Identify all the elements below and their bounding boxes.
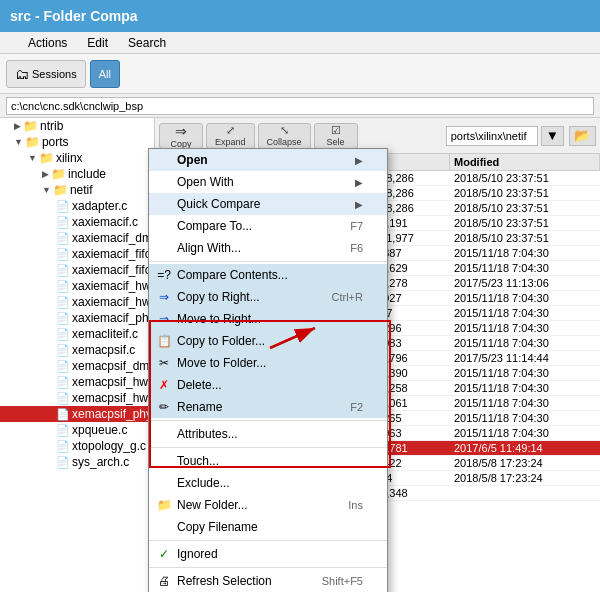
copy-folder-icon: 📋 [155,332,173,350]
menu-label: Copy Filename [177,520,258,534]
menu-label: New Folder... [177,498,248,512]
compare-contents-icon: =? [155,266,173,284]
menu-label: Compare Contents... [177,268,288,282]
menu-label: Delete... [177,378,222,392]
menu-label: Touch... [177,454,219,468]
copy-right-icon: ⇒ [155,288,173,306]
title-bar: src - Folder Compa [0,0,600,32]
menu-label: Compare To... [177,219,252,233]
quick-compare-submenu-arrow: ▶ [355,199,363,210]
menu-item-move-to-right[interactable]: ⇒ Move to Right... [149,308,387,330]
context-menu-overlay[interactable]: Open ▶ Open With ▶ Quick Compare ▶ Compa… [0,118,600,592]
menu-item-refresh[interactable]: 🖨 Refresh Selection Shift+F5 [149,570,387,592]
menu-item-actions[interactable]: Actions [24,34,71,52]
menu-item-copy-to-folder[interactable]: 📋 Copy to Folder... [149,330,387,352]
rename-icon: ✏ [155,398,173,416]
menu-item-compare-to[interactable]: Compare To... F7 [149,215,387,237]
menu-label: Quick Compare [177,197,260,211]
delete-icon: ✗ [155,376,173,394]
menu-label: Move to Right... [177,312,261,326]
copy-right-shortcut: Ctrl+R [332,291,363,303]
menu-item-exclude[interactable]: Exclude... [149,472,387,494]
separator-1 [149,261,387,262]
move-folder-icon: ✂ [155,354,173,372]
menu-label: Attributes... [177,427,238,441]
compare-to-shortcut: F7 [350,220,363,232]
new-folder-shortcut: Ins [348,499,363,511]
move-right-icon: ⇒ [155,310,173,328]
menu-item-copy-filename[interactable]: Copy Filename [149,516,387,538]
menu-label: Exclude... [177,476,230,490]
menu-label: Rename [177,400,222,414]
context-menu: Open ▶ Open With ▶ Quick Compare ▶ Compa… [148,148,388,592]
menu-label: Open With [177,175,234,189]
address-input[interactable] [6,97,594,115]
menu-label: Copy to Right... [177,290,260,304]
menu-label: Copy to Folder... [177,334,265,348]
menu-item-edit[interactable]: Edit [83,34,112,52]
menu-item-open-with[interactable]: Open With ▶ [149,171,387,193]
sessions-button[interactable]: 🗂 Sessions [6,60,86,88]
title-text: src - Folder Compa [10,8,138,24]
toolbar: 🗂 Sessions All [0,54,600,94]
menu-item-new-folder[interactable]: 📁 New Folder... Ins [149,494,387,516]
menu-item-search[interactable]: Search [124,34,170,52]
menu-bar: Actions Edit Search [0,32,600,54]
separator-2 [149,420,387,421]
new-folder-icon: 📁 [155,496,173,514]
ignored-icon: ✓ [155,545,173,563]
menu-item-delete[interactable]: ✗ Delete... [149,374,387,396]
separator-5 [149,567,387,568]
menu-item-ignored[interactable]: ✓ Ignored [149,543,387,565]
menu-item-move-to-folder[interactable]: ✂ Move to Folder... [149,352,387,374]
menu-item-empty[interactable] [4,41,12,45]
align-with-shortcut: F6 [350,242,363,254]
menu-label: Move to Folder... [177,356,266,370]
menu-item-open[interactable]: Open ▶ [149,149,387,171]
menu-item-compare-contents[interactable]: =? Compare Contents... [149,264,387,286]
refresh-icon: 🖨 [155,572,173,590]
menu-label: Refresh Selection [177,574,272,588]
separator-3 [149,447,387,448]
main-content: ▶ 📁 ntrib ▼ 📁 ports ▼ 📁 xilinx ▶ 📁 inclu… [0,118,600,592]
all-label: All [99,68,111,80]
menu-item-align-with[interactable]: Align With... F6 [149,237,387,259]
refresh-shortcut: Shift+F5 [322,575,363,587]
menu-item-attributes[interactable]: Attributes... [149,423,387,445]
address-bar [0,94,600,118]
menu-item-copy-to-right[interactable]: ⇒ Copy to Right... Ctrl+R [149,286,387,308]
menu-item-touch[interactable]: Touch... [149,450,387,472]
all-button[interactable]: All [90,60,120,88]
separator-4 [149,540,387,541]
menu-label: Align With... [177,241,241,255]
rename-shortcut: F2 [350,401,363,413]
menu-label: Ignored [177,547,218,561]
open-submenu-arrow: ▶ [355,155,363,166]
open-with-submenu-arrow: ▶ [355,177,363,188]
menu-item-quick-compare[interactable]: Quick Compare ▶ [149,193,387,215]
sessions-label: Sessions [32,68,77,80]
menu-item-rename[interactable]: ✏ Rename F2 [149,396,387,418]
